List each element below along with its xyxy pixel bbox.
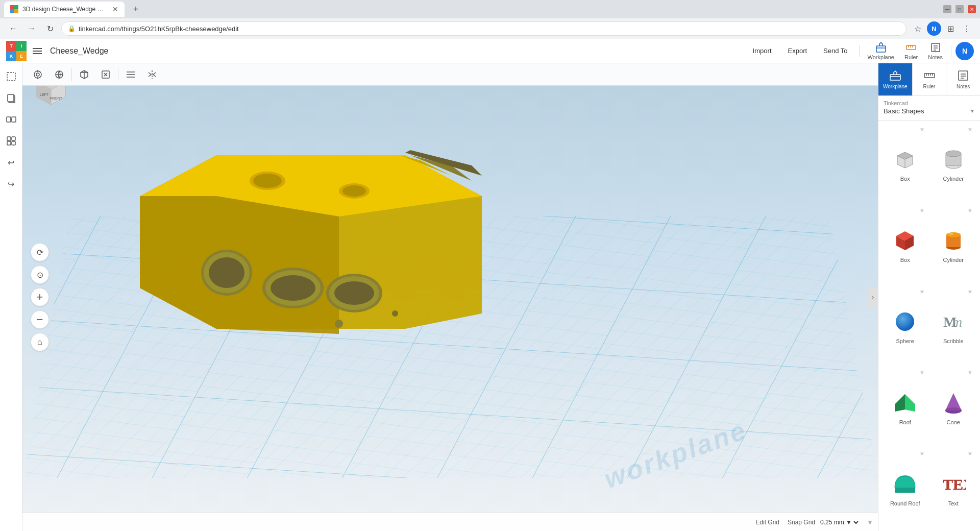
svg-rect-5	[33, 51, 42, 52]
maximize-btn[interactable]: □	[955, 5, 964, 13]
shape-item-cone[interactable]: ★ Cone	[930, 367, 977, 447]
collapse-arrow-btn[interactable]: ▾	[868, 518, 872, 526]
zoom-out-btn[interactable]: −	[31, 310, 49, 329]
shape-item-round-roof[interactable]: ★ Round Roof	[881, 448, 929, 528]
tab-favicon	[10, 5, 18, 13]
notes-button[interactable]: Notes	[924, 40, 947, 62]
scribble-star[interactable]: ★	[967, 288, 973, 295]
select-all-button[interactable]	[2, 67, 20, 86]
svg-rect-71	[959, 71, 968, 80]
fit-btn[interactable]	[96, 65, 115, 84]
vp-sep-1	[71, 68, 72, 81]
box-outline-thumb	[891, 145, 919, 174]
menu-btn[interactable]: ⋮	[960, 21, 974, 36]
svg-rect-65	[890, 75, 900, 80]
home-view-btn[interactable]: ⌂	[31, 333, 49, 351]
roof-label: Roof	[899, 419, 911, 425]
doc-title: Cheese_Wedge	[50, 46, 108, 56]
redo-button[interactable]: ↪	[2, 175, 20, 193]
forward-button[interactable]: →	[24, 21, 39, 36]
shape-item-text[interactable]: TEXT ★ Text	[930, 448, 977, 528]
ruler-panel-btn[interactable]: Ruler	[913, 63, 947, 95]
edit-grid-button[interactable]: Edit Grid	[755, 519, 779, 526]
round-roof-star[interactable]: ★	[919, 450, 925, 457]
svg-point-27	[36, 73, 39, 76]
back-button[interactable]: ←	[6, 21, 20, 36]
hamburger-menu-button[interactable]	[29, 44, 46, 58]
roof-star[interactable]: ★	[919, 369, 925, 376]
import-button[interactable]: Import	[746, 44, 779, 58]
shape-item-cylinder[interactable]: ★ Cylinder	[930, 205, 977, 285]
svg-rect-66	[924, 74, 935, 78]
shape-item-sphere[interactable]: ★ Sphere	[881, 286, 929, 366]
svg-point-51	[334, 281, 374, 305]
workplane-button[interactable]: Workplane	[864, 40, 898, 62]
perspective-btn[interactable]	[50, 65, 68, 84]
group-button[interactable]	[2, 110, 20, 129]
cone-star[interactable]: ★	[967, 369, 973, 376]
profile-avatar[interactable]: N	[927, 21, 941, 36]
svg-marker-93	[905, 394, 915, 412]
ruler-button[interactable]: Ruler	[900, 40, 922, 62]
send-to-button[interactable]: Send To	[816, 44, 854, 58]
user-avatar-button[interactable]: N	[955, 42, 974, 60]
fit-view-btn[interactable]: ⊙	[31, 266, 49, 284]
snap-grid-select[interactable]: 0.25 mm ▼ 0.5 mm 1 mm 2 mm	[818, 518, 860, 526]
sphere-label: Sphere	[896, 338, 914, 344]
shapes-dropdown[interactable]: Basic Shapes ▼	[884, 106, 975, 116]
align-btn[interactable]	[121, 65, 140, 84]
snap-grid-label: Snap Grid	[788, 519, 815, 526]
svg-point-59	[335, 320, 343, 328]
camera-toggle-btn[interactable]	[29, 65, 47, 84]
browser-actions: ☆ N ⊞ ⋮	[911, 21, 974, 36]
address-bar[interactable]: 🔒 tinkercad.com/things/5O21hK5rpBk-chees…	[61, 21, 906, 36]
mirror-btn[interactable]	[143, 65, 161, 84]
svg-rect-4	[33, 48, 42, 49]
browser-tab[interactable]: 3D design Cheese_Wedge | Tink... ✕	[4, 2, 125, 17]
new-tab-button[interactable]: +	[129, 2, 143, 16]
svg-point-60	[392, 310, 398, 317]
ungroup-button[interactable]	[2, 132, 20, 150]
cylinder-outline-star[interactable]: ★	[967, 126, 973, 133]
scribble-label: Scribble	[943, 338, 964, 344]
view-cube-btn[interactable]	[75, 65, 93, 84]
orbit-btn[interactable]: ⟳	[31, 243, 49, 261]
cylinder-star[interactable]: ★	[967, 207, 973, 214]
bookmark-btn[interactable]: ☆	[911, 21, 925, 36]
panel-collapse-btn[interactable]: ›	[868, 287, 878, 307]
export-button[interactable]: Export	[781, 44, 815, 58]
svg-point-80	[946, 151, 961, 157]
separator-2	[951, 45, 951, 57]
3d-viewport[interactable]: workplane	[22, 63, 878, 531]
browser-frame: 3D design Cheese_Wedge | Tink... ✕ + ─ □…	[0, 0, 980, 531]
svg-rect-97	[895, 488, 915, 493]
close-btn[interactable]: ✕	[968, 5, 976, 13]
minimize-btn[interactable]: ─	[943, 5, 951, 13]
svg-point-55	[342, 185, 366, 197]
svg-rect-6	[33, 53, 42, 54]
box-star[interactable]: ★	[919, 207, 925, 214]
refresh-button[interactable]: ↻	[43, 21, 57, 36]
tinkercad-logo[interactable]: T I K E	[6, 41, 27, 61]
text-thumb: TEXT	[939, 470, 968, 498]
workplane-panel-btn[interactable]: Workplane	[878, 63, 913, 95]
svg-rect-2	[10, 9, 14, 13]
sphere-star[interactable]: ★	[919, 288, 925, 295]
box-label: Box	[900, 257, 910, 263]
tab-close-btn[interactable]: ✕	[112, 5, 118, 13]
shape-item-cylinder-outline[interactable]: ★ Cylinder	[930, 124, 977, 204]
notes-panel-btn[interactable]: Notes	[946, 63, 980, 95]
undo-button[interactable]: ↩	[2, 153, 20, 172]
box-outline-star[interactable]: ★	[919, 126, 925, 133]
shape-item-box[interactable]: ★ Box	[881, 205, 929, 285]
extensions-btn[interactable]: ⊞	[943, 21, 958, 36]
zoom-in-btn[interactable]: +	[31, 288, 49, 306]
paste-button[interactable]	[2, 89, 20, 107]
shape-item-scribble[interactable]: M m ★ Scribble	[930, 286, 977, 366]
svg-point-26	[34, 71, 41, 78]
cube-left-label: LEFT	[40, 93, 49, 96]
text-star[interactable]: ★	[967, 450, 973, 457]
shape-item-roof[interactable]: ★ Roof	[881, 367, 929, 447]
shape-item-box-outline[interactable]: ★ Box	[881, 124, 929, 204]
svg-rect-0	[10, 5, 14, 9]
